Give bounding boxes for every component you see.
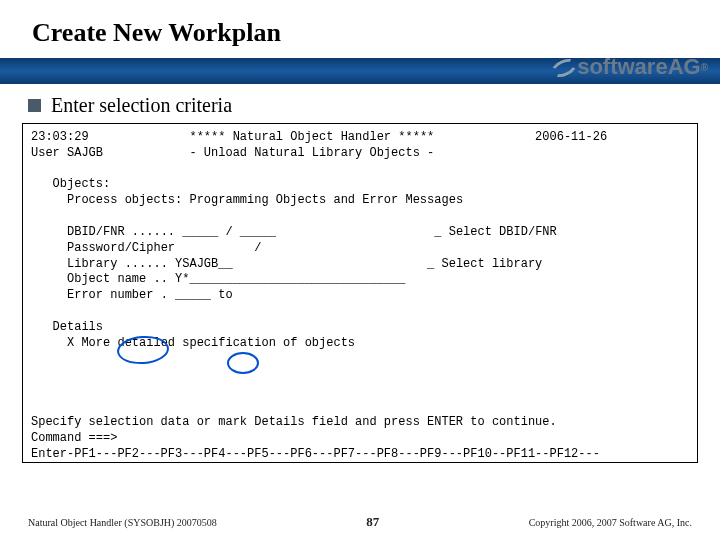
page-number: 87	[366, 514, 379, 530]
details-label: Details	[53, 320, 103, 334]
password-label: Password/Cipher	[67, 241, 175, 255]
logo-suffix: AG	[668, 54, 701, 80]
object-label: Object name ..	[67, 272, 168, 286]
dbid-label: DBID/FNR ......	[67, 225, 175, 239]
library-value[interactable]: YSAJGB__	[175, 257, 233, 271]
process-objects: Process objects: Programming Objects and…	[67, 193, 463, 207]
footer-left: Natural Object Handler (SYSOBJH) 2007050…	[28, 517, 217, 528]
command-prompt[interactable]: Command ===>	[31, 431, 117, 445]
details-line[interactable]: X More detailed specification of objects	[67, 336, 355, 350]
swirl-icon	[551, 56, 573, 78]
page-title: Create New Workplan	[32, 18, 720, 48]
annotation-circle-icon	[227, 352, 259, 374]
error-from[interactable]: _____	[175, 288, 211, 302]
terminal-screen: 23:03:29 ***** Natural Object Handler **…	[22, 123, 698, 463]
select-dbid[interactable]: _ Select DBID/FNR	[434, 225, 556, 239]
header-center2: - Unload Natural Library Objects -	[189, 146, 434, 160]
date: 2006-11-26	[535, 130, 607, 144]
time: 23:03:29	[31, 130, 89, 144]
dbid-value[interactable]: _____ / _____	[182, 225, 276, 239]
header-bar: software AG ®	[0, 58, 720, 84]
brand-logo: software AG ®	[551, 54, 708, 80]
objects-label: Objects:	[53, 177, 111, 191]
footer: Natural Object Handler (SYSOBJH) 2007050…	[0, 514, 720, 530]
select-library[interactable]: _ Select library	[427, 257, 542, 271]
subtitle: Enter selection criteria	[51, 94, 232, 117]
header-center1: ***** Natural Object Handler *****	[189, 130, 434, 144]
object-value[interactable]: Y*______________________________	[175, 272, 405, 286]
subtitle-row: Enter selection criteria	[0, 84, 720, 121]
title-block: Create New Workplan	[0, 0, 720, 54]
library-label: Library ......	[67, 257, 168, 271]
hint-line: Specify selection data or mark Details f…	[31, 415, 557, 429]
error-to: to	[218, 288, 232, 302]
footer-right: Copyright 2006, 2007 Software AG, Inc.	[529, 517, 692, 528]
password-value[interactable]: /	[182, 241, 261, 255]
registered-icon: ®	[701, 62, 708, 73]
pfkey-labels: Help Exit SeLib DBIDs Detai Cmds Canc	[31, 462, 578, 463]
square-bullet-icon	[28, 99, 41, 112]
logo-text: software	[577, 54, 667, 80]
user-label: User SAJGB	[31, 146, 103, 160]
pfkey-row: Enter-PF1---PF2---PF3---PF4---PF5---PF6-…	[31, 447, 600, 461]
error-label: Error number .	[67, 288, 168, 302]
